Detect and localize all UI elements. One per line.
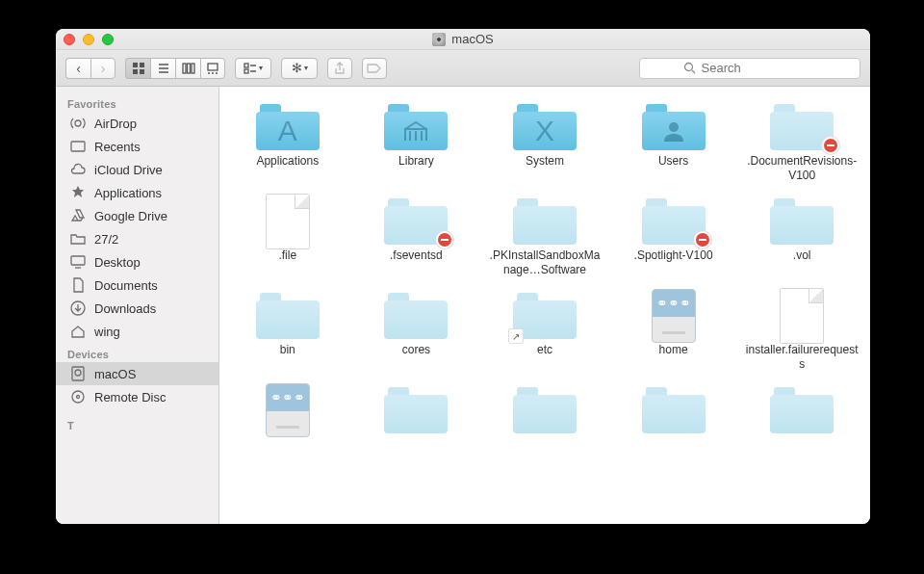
- file-item[interactable]: .PKInstallSandboxManage…Software: [484, 195, 605, 277]
- item-icon: [512, 383, 578, 437]
- back-button[interactable]: ‹: [65, 58, 90, 79]
- sidebar-item-applications[interactable]: Applications: [56, 181, 218, 204]
- file-item[interactable]: AApplications: [227, 100, 348, 183]
- sidebar-item-wing[interactable]: wing: [56, 320, 218, 343]
- file-item[interactable]: .DocumentRevisions-V100: [741, 100, 862, 183]
- sidebar-item-label: macOS: [94, 367, 136, 381]
- titlebar: macOS: [56, 29, 870, 50]
- window-body: Favorites AirDropRecentsiCloud DriveAppl…: [56, 87, 870, 524]
- file-item[interactable]: cores: [356, 289, 477, 372]
- home-icon: [69, 323, 87, 340]
- item-icon: [383, 383, 449, 437]
- file-item[interactable]: [484, 383, 605, 437]
- item-icon: [769, 100, 834, 154]
- desktop-icon: [69, 253, 87, 271]
- sidebar-item-remotedisc[interactable]: Remote Disc: [56, 385, 218, 408]
- gear-icon: ✻: [292, 61, 302, 75]
- forward-button[interactable]: ›: [90, 58, 116, 79]
- file-item[interactable]: .file: [227, 195, 348, 277]
- file-item[interactable]: ⚭⚭⚭home: [613, 289, 734, 372]
- file-item[interactable]: .fseventsd: [356, 195, 477, 277]
- item-icon: [641, 100, 706, 154]
- sidebar-item-macos[interactable]: macOS: [56, 362, 218, 385]
- file-item[interactable]: bin: [227, 289, 348, 372]
- file-item[interactable]: Users: [613, 100, 734, 183]
- share-button[interactable]: [327, 58, 352, 79]
- svg-line-19: [692, 70, 695, 73]
- chevron-left-icon: ‹: [76, 61, 81, 76]
- disk-icon: [432, 33, 446, 46]
- svg-rect-10: [208, 64, 218, 70]
- file-item[interactable]: ↗etc: [484, 289, 605, 372]
- item-icon: [383, 100, 449, 154]
- sidebar-header-favorites: Favorites: [56, 92, 218, 112]
- item-icon: [255, 289, 321, 343]
- gallery-view-button[interactable]: [200, 58, 225, 79]
- icon-view-button[interactable]: [125, 58, 150, 79]
- search-field[interactable]: [639, 58, 860, 79]
- file-item[interactable]: [741, 383, 862, 437]
- action-menu-button[interactable]: ✻ ▾: [281, 58, 318, 79]
- sidebar-item-iclouddrive[interactable]: iCloud Drive: [56, 158, 218, 181]
- sidebar-item-documents[interactable]: Documents: [56, 274, 218, 297]
- nav-group: ‹ ›: [65, 58, 116, 79]
- item-icon: [255, 195, 321, 248]
- item-label: Applications: [256, 154, 319, 169]
- list-icon: [157, 62, 170, 75]
- item-icon: X: [512, 100, 578, 154]
- item-icon: [641, 195, 706, 248]
- item-label: etc: [537, 343, 552, 357]
- sidebar-item-downloads[interactable]: Downloads: [56, 297, 218, 320]
- zoom-button[interactable]: [102, 34, 114, 45]
- svg-point-26: [75, 370, 81, 376]
- search-icon: [683, 62, 696, 74]
- share-icon: [333, 62, 346, 75]
- file-item[interactable]: .Spotlight-V100: [613, 195, 734, 277]
- svg-rect-9: [192, 64, 194, 73]
- svg-rect-14: [244, 64, 248, 67]
- group-icon: [244, 62, 257, 75]
- file-item[interactable]: [356, 383, 477, 437]
- sidebar-item-recents[interactable]: Recents: [56, 135, 218, 158]
- sidebar: Favorites AirDropRecentsiCloud DriveAppl…: [56, 87, 219, 524]
- item-icon: ⚭⚭⚭: [641, 289, 706, 343]
- svg-point-32: [669, 122, 679, 132]
- sidebar-item-label: Remote Disc: [94, 390, 166, 404]
- list-view-button[interactable]: [150, 58, 175, 79]
- window-title: macOS: [56, 32, 870, 46]
- item-label: .Spotlight-V100: [634, 248, 713, 263]
- item-icon: [769, 289, 834, 343]
- sidebar-item-desktop[interactable]: Desktop: [56, 250, 218, 274]
- close-button[interactable]: [64, 34, 75, 45]
- arrange-group: ▾: [235, 58, 271, 79]
- item-label: installer.failurerequests: [745, 343, 859, 372]
- item-label: .fseventsd: [390, 248, 443, 263]
- svg-rect-1: [140, 63, 144, 67]
- chevron-down-icon: ▾: [259, 64, 263, 72]
- sidebar-item-airdrop[interactable]: AirDrop: [56, 112, 218, 135]
- search-input[interactable]: [702, 61, 817, 75]
- item-icon: ⚭⚭⚭: [255, 383, 321, 437]
- item-icon: [512, 195, 578, 248]
- sidebar-item-googledrive[interactable]: Google Drive: [56, 204, 218, 227]
- item-icon: [383, 195, 449, 248]
- sidebar-item-label: Documents: [94, 278, 158, 293]
- sidebar-item-label: AirDrop: [94, 117, 137, 131]
- content-area[interactable]: AApplicationsLibraryXSystemUsers.Documen…: [219, 87, 870, 524]
- item-label: Library: [398, 154, 434, 169]
- tags-button[interactable]: [362, 58, 387, 79]
- item-label: cores: [402, 343, 430, 357]
- file-item[interactable]: ⚭⚭⚭: [227, 383, 348, 437]
- group-by-button[interactable]: ▾: [235, 58, 271, 79]
- minimize-button[interactable]: [83, 34, 94, 45]
- disk-icon: [69, 365, 87, 382]
- file-item[interactable]: XSystem: [484, 100, 605, 183]
- file-item[interactable]: [613, 383, 734, 437]
- file-item[interactable]: Library: [356, 100, 477, 183]
- sidebar-item-label: Applications: [94, 186, 162, 200]
- file-item[interactable]: .vol: [741, 195, 862, 277]
- file-item[interactable]: installer.failurerequests: [741, 289, 862, 372]
- sidebar-item-27-2[interactable]: 27/2: [56, 227, 218, 250]
- folder-icon: [69, 230, 87, 248]
- column-view-button[interactable]: [175, 58, 200, 79]
